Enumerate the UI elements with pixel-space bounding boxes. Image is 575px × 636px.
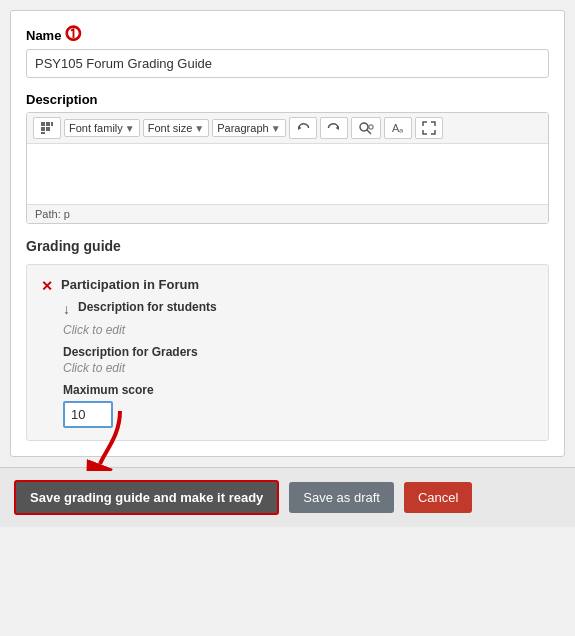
svg-rect-1	[46, 122, 50, 126]
form-container: Name ⓵ Description	[10, 10, 565, 457]
save-draft-button[interactable]: Save as draft	[289, 482, 394, 513]
description-students-row: ↓ Description for students	[63, 300, 534, 317]
name-label-text: Name	[26, 28, 61, 43]
svg-rect-0	[41, 122, 45, 126]
required-icon: ⓵	[65, 26, 81, 44]
grading-guide-section: Grading guide ✕ Participation in Forum ↓…	[26, 238, 549, 441]
font-size-chevron: ▼	[194, 123, 204, 134]
svg-rect-10	[369, 125, 373, 129]
grading-guide-box: ✕ Participation in Forum ↓ Description f…	[26, 264, 549, 441]
save-ready-label: Save grading guide and make it ready	[30, 490, 263, 505]
cancel-label: Cancel	[418, 490, 458, 505]
svg-rect-5	[41, 132, 45, 134]
svg-rect-3	[41, 127, 45, 131]
format-icon: Aₐ	[391, 121, 405, 135]
fullscreen-icon	[422, 121, 436, 135]
cancel-button[interactable]: Cancel	[404, 482, 472, 513]
editor-path-text: Path: p	[35, 208, 70, 220]
description-graders-edit[interactable]: Click to edit	[63, 361, 534, 375]
svg-rect-4	[46, 127, 50, 131]
font-size-select[interactable]: Font size ▼	[143, 119, 210, 137]
max-score-label: Maximum score	[63, 383, 534, 397]
editor-content-area[interactable]	[27, 144, 548, 204]
font-size-label: Font size	[148, 122, 193, 134]
collapse-icon[interactable]: ↓	[63, 301, 70, 317]
grid-icon-button[interactable]	[33, 117, 61, 139]
description-section: Description Font family	[26, 92, 549, 224]
description-students-edit[interactable]: Click to edit	[63, 323, 534, 337]
rich-text-editor: Font family ▼ Font size ▼ Paragraph ▼	[26, 112, 549, 224]
bottom-bar: Save grading guide and make it ready Sav…	[0, 467, 575, 527]
name-input[interactable]	[26, 49, 549, 78]
criterion-row: ✕ Participation in Forum	[41, 277, 534, 294]
description-graders-label: Description for Graders	[63, 345, 534, 359]
font-family-chevron: ▼	[125, 123, 135, 134]
undo-icon	[296, 121, 310, 135]
criterion-details: ↓ Description for students Click to edit…	[63, 300, 534, 428]
redo-icon	[327, 121, 341, 135]
remove-criterion-icon[interactable]: ✕	[41, 278, 53, 294]
description-students-label: Description for students	[78, 300, 217, 314]
svg-rect-2	[51, 122, 53, 126]
save-ready-button[interactable]: Save grading guide and make it ready	[14, 480, 279, 515]
font-family-select[interactable]: Font family ▼	[64, 119, 140, 137]
search-replace-icon	[358, 121, 374, 135]
font-family-label: Font family	[69, 122, 123, 134]
grading-guide-title: Grading guide	[26, 238, 549, 254]
criterion-title: Participation in Forum	[61, 277, 199, 292]
svg-line-9	[367, 130, 371, 134]
name-label: Name ⓵	[26, 26, 549, 44]
editor-toolbar: Font family ▼ Font size ▼ Paragraph ▼	[27, 113, 548, 144]
search-replace-button[interactable]	[351, 117, 381, 139]
format-button[interactable]: Aₐ	[384, 117, 412, 139]
paragraph-chevron: ▼	[271, 123, 281, 134]
undo-button[interactable]	[289, 117, 317, 139]
svg-point-8	[360, 123, 368, 131]
name-section: Name ⓵	[26, 26, 549, 78]
max-score-input[interactable]	[63, 401, 113, 428]
description-label-text: Description	[26, 92, 98, 107]
paragraph-select[interactable]: Paragraph ▼	[212, 119, 285, 137]
save-draft-label: Save as draft	[303, 490, 380, 505]
paragraph-label: Paragraph	[217, 122, 268, 134]
fullscreen-button[interactable]	[415, 117, 443, 139]
editor-path: Path: p	[27, 204, 548, 223]
grid-icon	[40, 121, 54, 135]
description-label: Description	[26, 92, 549, 107]
svg-text:Aₐ: Aₐ	[392, 122, 403, 134]
redo-button[interactable]	[320, 117, 348, 139]
